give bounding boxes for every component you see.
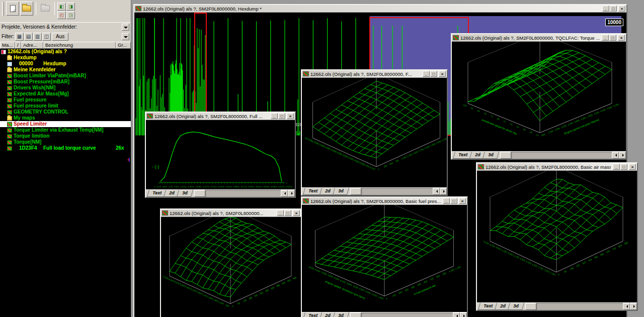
map-3d-content[interactable]: 5,0004,7504,5004,2504,0003,7503,5003,250… <box>477 171 637 302</box>
close-button[interactable]: × <box>618 6 625 12</box>
tree-item-12662-ols-original-als-[interactable]: 12662.ols (Original) als ? <box>0 49 131 55</box>
maximize-button[interactable]: □ <box>430 71 437 77</box>
minimize-button[interactable]: _ <box>271 113 278 119</box>
map-3d-content[interactable]: 10092857871645750423528218001,2001,6002,… <box>452 42 626 151</box>
window-titlebar[interactable]: 12662.ols (Original) als ?, SM2F0L800000… <box>134 5 626 13</box>
map-window-center[interactable]: 12662.ols (Original) als ?, SM2F0L800000… <box>301 69 448 196</box>
tree-item-boost-pressure-mbar-[interactable]: Boost Pressure[mBAR] <box>0 79 131 85</box>
hscroll-track[interactable] <box>205 190 281 197</box>
filter-all-icon[interactable]: ◫ <box>42 33 51 41</box>
minimize-button[interactable]: _ <box>613 164 620 170</box>
tree-item-torque-limiter-via-exhaust-temp-nm-[interactable]: Torque Limiter via Exhaust Temp[NM] <box>0 127 131 133</box>
tab-3d[interactable]: 3d <box>333 312 349 317</box>
window-titlebar[interactable]: 12662.ols (Original) als ?, SM2F0L800000… <box>452 34 626 42</box>
restore-window-icon[interactable]: ◰ <box>57 11 66 19</box>
filter-off-button[interactable]: Aus <box>52 33 68 41</box>
filter-2d-icon[interactable]: ▤ <box>24 33 33 41</box>
hscroll-thumb[interactable] <box>194 190 205 197</box>
projects-dropdown-button[interactable] <box>122 24 129 31</box>
map-3d-content[interactable]: 6,0005,6005,2004,8004,4004,0003,6003,200… <box>302 205 467 312</box>
column-header-bezeichnung[interactable]: Bezeichnung <box>43 42 116 49</box>
map-window-basic-fuel-pressure[interactable]: 12662.ols (Original) als ?, SM2F0L800000… <box>301 196 468 317</box>
tree-item-torque-nm-[interactable]: Torque[NM] <box>0 139 131 145</box>
window-titlebar[interactable]: 12662.ols (Original) als ?, SM2F0L800000… <box>302 197 467 205</box>
window-titlebar[interactable]: 12662.ols (Original) als ?, SM2F0L800000… <box>477 163 637 171</box>
maximize-button[interactable]: □ <box>284 210 291 216</box>
open-project-button[interactable] <box>20 2 33 16</box>
curve-2d-view[interactable] <box>146 120 295 189</box>
tree-item-fuel-pressure[interactable]: Fuel pressure <box>0 97 131 103</box>
close-button[interactable]: × <box>439 71 446 77</box>
column-header-adre[interactable]: Adre... <box>21 42 43 49</box>
hscroll-track[interactable] <box>361 188 433 195</box>
dock-window-icon[interactable]: ◧ <box>57 3 66 11</box>
map-3d-view[interactable]: 60,00055,00050,00045,00040,00035,00030,0… <box>302 78 447 187</box>
tab-3d[interactable]: 3d <box>508 303 524 310</box>
tab-3d[interactable]: 3d <box>333 188 349 195</box>
tab-3d[interactable]: 3d <box>177 190 193 197</box>
minimize-button[interactable]: _ <box>277 210 284 216</box>
maximize-button[interactable]: □ <box>450 198 457 204</box>
hscroll-left-button[interactable] <box>612 152 619 159</box>
hscroll-thumb[interactable] <box>525 303 536 310</box>
hscroll-left-button[interactable] <box>623 303 630 310</box>
close-button[interactable]: × <box>629 164 636 170</box>
map-3d-content[interactable]: 60,00055,00050,00045,00040,00035,00030,0… <box>302 78 447 187</box>
hscroll-right-button[interactable] <box>619 152 626 159</box>
hscroll-track[interactable] <box>536 303 623 310</box>
panel-collapse-arrow-icon[interactable] <box>125 157 130 163</box>
column-header-slash[interactable]: / <box>15 42 21 49</box>
column-header-ma[interactable]: Ma... <box>0 42 15 49</box>
tree-item-full-load-torque-curve[interactable]: 1D23F4Full load torque curve26x <box>0 145 131 151</box>
tree-item-my-maps[interactable]: My maps <box>0 115 131 121</box>
curve-2d-content[interactable]: - (-) 0 240 480 720 960 1200 1440 1680 1… <box>146 120 295 189</box>
map-3d-view[interactable]: 6,0005,6005,2004,8004,4004,0003,6003,200… <box>302 205 467 312</box>
minimize-button[interactable]: _ <box>423 71 430 77</box>
close-button[interactable]: × <box>293 210 300 216</box>
hscroll-right-button[interactable] <box>630 303 637 310</box>
minimize-button[interactable]: _ <box>443 198 450 204</box>
tree-item-torque-limition[interactable]: Torque limition <box>0 133 131 139</box>
close-button[interactable]: × <box>287 113 294 119</box>
hscroll-left-button[interactable] <box>433 188 440 195</box>
new-project-button[interactable] <box>6 2 19 16</box>
hscroll-left-button[interactable] <box>281 190 288 197</box>
hscroll-right-button[interactable] <box>460 312 467 317</box>
hscroll-right-button[interactable] <box>288 190 295 197</box>
import-project-button[interactable] <box>39 2 52 16</box>
maximize-button[interactable]: □ <box>278 113 285 119</box>
filter-dropdown-button[interactable] <box>122 33 129 40</box>
hscroll-thumb[interactable] <box>500 152 511 159</box>
hscroll-track[interactable] <box>511 152 612 159</box>
hscroll-thumb[interactable] <box>350 188 361 195</box>
hscroll-left-button[interactable] <box>453 312 460 317</box>
map-window-basic-air-mass[interactable]: 12662.ols (Original) als ?, SM2F0L800000… <box>476 162 638 311</box>
tree-item-meine-kennfelder[interactable]: Meine Kennfelder <box>0 67 131 73</box>
map-window-bottom-left[interactable]: 12662.ols (Original) als ?, SM2F0L800000… <box>160 208 302 317</box>
tab-3d[interactable]: 3d <box>482 152 499 159</box>
toolbar-grip[interactable] <box>2 2 4 16</box>
column-header-gr[interactable]: Gr... <box>116 42 131 49</box>
maximize-button[interactable]: □ <box>610 6 617 12</box>
map-window-tqclfac[interactable]: 12662.ols (Original) als ?, SM2F0L800000… <box>451 33 627 160</box>
minimize-button[interactable]: _ <box>602 6 609 12</box>
hscroll-right-button[interactable] <box>440 188 447 195</box>
project-tree[interactable]: 12662.ols (Original) als ?Hexdump00000He… <box>0 49 131 317</box>
close-button[interactable]: × <box>459 198 466 204</box>
maximize-button[interactable]: □ <box>620 164 627 170</box>
close-button[interactable]: × <box>618 35 625 41</box>
minimize-button[interactable]: _ <box>602 35 609 41</box>
map-3d-view[interactable]: 5,0004,7504,5004,2504,0003,7503,5003,250… <box>477 171 637 302</box>
tree-item-hexdump[interactable]: 00000Hexdump <box>0 61 131 67</box>
tree-item-speed-limiter[interactable]: Speed Limiter <box>0 121 131 127</box>
tree-item-hexdump[interactable]: Hexdump <box>0 55 131 61</box>
tree-item-fuel-pressure-limit[interactable]: Fuel pressure limit <box>0 103 131 109</box>
map-3d-content[interactable]: 5,0004,6004,2003,8003,4003,0002,6002,200… <box>161 217 301 317</box>
hscroll-thumb[interactable] <box>350 312 361 317</box>
curve-window-full-load[interactable]: 12662.ols (Original) als ?, SM2F0L800000… <box>145 112 296 198</box>
maximize-button[interactable]: □ <box>609 35 616 41</box>
filter-3d-icon[interactable]: ▥ <box>33 33 42 41</box>
tree-item-boost-limiter-viapatm-mbar-[interactable]: Boost Limiter ViaPatm[mBAR] <box>0 73 131 79</box>
arrange-window-icon[interactable]: ◳ <box>66 11 75 19</box>
hscroll-track[interactable] <box>361 312 453 317</box>
